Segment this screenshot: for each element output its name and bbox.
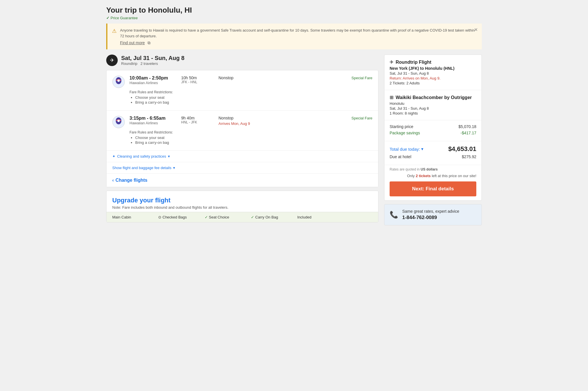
due-hotel-amount: $275.92 <box>462 154 476 159</box>
flight-2-stops: Nonstop <box>218 116 250 120</box>
flight-2-arrives-note: Arrives Mon, Aug 9 <box>218 121 250 126</box>
hotel-name-label: Waikiki Beachcomber by Outrigger <box>396 95 472 100</box>
starting-price-row: Starting price $5,070.18 <box>390 124 476 129</box>
checked-bags-col: ⊙ Checked Bags <box>158 215 205 219</box>
upgrade-note: Note: Fare includes both inbound and out… <box>112 205 372 210</box>
total-expand-icon: ▾ <box>421 146 423 152</box>
summary-tickets: 2 Tickets: 2 Adults <box>390 81 476 85</box>
included-col: Included <box>297 215 344 219</box>
starting-price-label: Starting price <box>390 124 413 129</box>
fare-rules-list-2: Choose your seat Bring a carry-on bag <box>129 136 372 145</box>
cleaning-icon: ✦ <box>112 154 115 158</box>
flight-2-times: 3:15pm - 6:55am <box>129 116 175 121</box>
cabin-label: Main Cabin <box>112 215 131 219</box>
fare-rule-item: Bring a carry-on bag <box>135 140 372 145</box>
bag-icon: ⊙ <box>158 215 161 219</box>
next-button[interactable]: Next: Final details <box>390 181 476 196</box>
due-hotel-row: Due at hotel $275.92 <box>390 154 476 159</box>
baggage-details-link[interactable]: Show flight and baggage fee details ▾ <box>112 166 372 170</box>
total-row: Total due today: ▾ $4,653.01 <box>390 145 476 153</box>
hotel-dates: Sat, Jul 31 - Sun, Aug 8 <box>390 106 476 111</box>
plane-icon: ✈ <box>106 55 118 66</box>
baggage-link-section: Show flight and baggage fee details ▾ <box>107 162 378 173</box>
flight-summary-title: ✈ Roundtrip Flight <box>390 59 476 65</box>
summary-flight-route: New York (JFK) to Honolulu (HNL) <box>390 66 476 71</box>
upgrade-section: Upgrade your flight Note: Fare includes … <box>106 191 378 222</box>
flight-1-stops: Nonstop <box>218 76 247 80</box>
flight-1-duration: 10h 50m <box>181 76 213 80</box>
flight-summary-label: Roundtrip Flight <box>396 60 431 65</box>
fare-rules-header-2: Fare Rules and Restrictions: <box>129 130 372 134</box>
flight-1-details: 10:00am - 2:50pm Hawaiian Airlines 10h 5… <box>129 76 372 105</box>
flight-row-2: 3:15pm - 6:55am Hawaiian Airlines 9h 40m… <box>107 111 378 151</box>
contact-phone: 1-844-762-0089 <box>402 215 459 220</box>
rates-note: Rates are quoted in US dollars <box>384 165 481 173</box>
flight-1-times: 10:00am - 2:50pm <box>129 76 175 81</box>
alert-icon: ⚠ <box>112 28 117 34</box>
seat-check-icon: ✓ <box>205 215 208 219</box>
contact-card: 📞 Same great rates, expert advice 1-844-… <box>384 204 482 225</box>
upgrade-header: Upgrade your flight Note: Fare includes … <box>107 191 378 212</box>
starting-price-value: $5,070.18 <box>459 124 476 129</box>
flight-row: 10:00am - 2:50pm Hawaiian Airlines 10h 5… <box>107 70 378 111</box>
alert-banner: ⚠ Anyone traveling to Hawaii is required… <box>106 24 482 49</box>
share-icon: ⧉ <box>148 40 150 45</box>
close-alert-button[interactable]: ✕ <box>474 27 478 32</box>
fare-rule-item: Choose your seat <box>135 136 372 140</box>
trip-travelers: 2 travelers <box>140 61 158 66</box>
hotel-location: Honolulu <box>390 101 476 106</box>
seat-choice-col: ✓ Seat Choice <box>205 215 251 219</box>
summary-card: ✈ Roundtrip Flight New York (JFK) to Hon… <box>384 55 482 201</box>
contact-text: Same great rates, expert advice <box>402 209 459 214</box>
summary-return-note: Return: Arrives on Mon, Aug 9. <box>390 76 476 80</box>
right-panel: ✈ Roundtrip Flight New York (JFK) to Hon… <box>384 55 482 225</box>
flight-2-duration: 9h 40m <box>181 116 213 120</box>
carry-on-col: ✓ Carry On Bag <box>251 215 297 219</box>
fare-rule-item: Choose your seat <box>135 95 372 100</box>
flight-summary-icon: ✈ <box>390 59 393 65</box>
flight-1-route: JFK - HNL <box>181 80 213 84</box>
savings-label: Package savings <box>390 131 420 135</box>
phone-icon: 📞 <box>390 211 398 219</box>
due-hotel-label: Due at hotel <box>390 154 411 159</box>
airline-logo-2 <box>112 116 125 128</box>
hotel-summary-section: ⊞ Waikiki Beachcomber by Outrigger Honol… <box>384 90 481 120</box>
urgency-note: Only 2 tickets left at this price on our… <box>384 173 481 181</box>
hotel-summary-title: ⊞ Waikiki Beachcomber by Outrigger <box>390 95 476 100</box>
back-icon: ‹ <box>112 178 114 183</box>
upgrade-table-header: Main Cabin ⊙ Checked Bags ✓ Seat Choice … <box>107 212 378 222</box>
savings-row: Package savings -$417.17 <box>390 131 476 135</box>
ticket-count: 2 tickets <box>416 174 431 178</box>
flight-2-details: 3:15pm - 6:55am Hawaiian Airlines 9h 40m… <box>129 116 372 145</box>
fare-rules-header-1: Fare Rules and Restrictions: <box>129 90 372 94</box>
left-panel: ✈ Sat, Jul 31 - Sun, Aug 8 Roundtrip 2 t… <box>106 55 378 222</box>
hotel-icon: ⊞ <box>390 95 393 100</box>
flight-summary-section: ✈ Roundtrip Flight New York (JFK) to Hon… <box>384 55 481 90</box>
svg-point-2 <box>117 80 120 82</box>
cleaning-link-section: ✦ Cleaning and safety practices ▾ <box>107 151 378 162</box>
page-title: Your trip to Honolulu, HI <box>106 6 482 15</box>
flight-1-airline: Hawaiian Airlines <box>129 81 175 85</box>
trip-dates: Sat, Jul 31 - Sun, Aug 8 <box>121 55 184 61</box>
price-section: Starting price $5,070.18 Package savings… <box>384 120 481 141</box>
trip-type: Roundtrip <box>121 61 137 66</box>
cleaning-practices-link[interactable]: ✦ Cleaning and safety practices ▾ <box>112 154 372 158</box>
cabin-col-header: Main Cabin <box>112 215 158 219</box>
trip-meta: Roundtrip 2 travelers <box>121 61 184 66</box>
find-out-more-link[interactable]: Find out more <box>120 40 145 45</box>
change-flights-button[interactable]: ‹ Change flights <box>112 178 147 183</box>
airline-logo-1 <box>112 76 125 88</box>
change-flights-bar: ‹ Change flights <box>107 173 378 187</box>
hotel-room: 1 Room: 8 nights <box>390 111 476 115</box>
flights-card: 10:00am - 2:50pm Hawaiian Airlines 10h 5… <box>106 70 378 187</box>
total-label[interactable]: Total due today: ▾ <box>390 146 423 152</box>
total-amount: $4,653.01 <box>448 145 476 153</box>
alert-message: Anyone traveling to Hawaii is required t… <box>120 28 477 39</box>
total-section: Total due today: ▾ $4,653.01 Due at hote… <box>384 141 481 165</box>
trip-header: ✈ Sat, Jul 31 - Sun, Aug 8 Roundtrip 2 t… <box>106 55 378 66</box>
summary-flight-dates: Sat, Jul 31 - Sun, Aug 8 <box>390 71 476 76</box>
price-guarantee: Price Guarantee <box>106 16 482 20</box>
flight-2-airline: Hawaiian Airlines <box>129 121 175 125</box>
flight-2-fare-type: Special Fare <box>351 116 372 120</box>
cleaning-expand-icon: ▾ <box>168 154 170 158</box>
